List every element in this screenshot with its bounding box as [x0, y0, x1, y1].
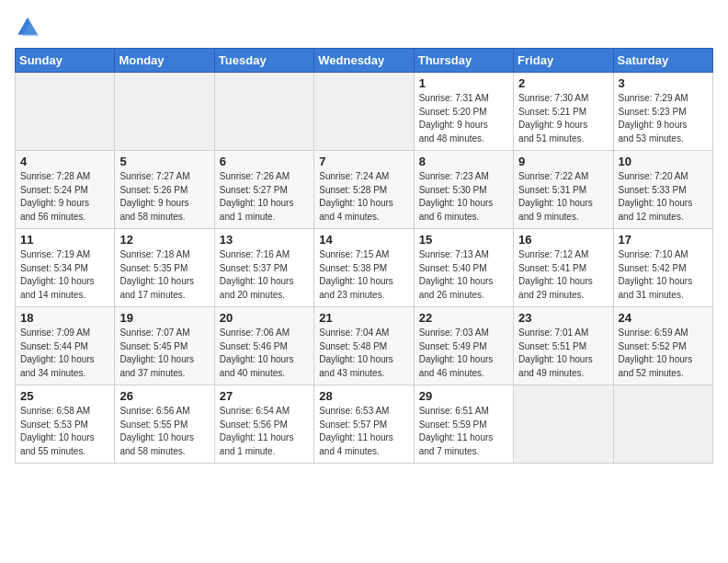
logo-icon [15, 15, 40, 40]
day-number: 20 [220, 311, 309, 325]
day-info: Sunrise: 7:13 AM Sunset: 5:40 PM Dayligh… [419, 248, 508, 302]
day-number: 26 [119, 389, 209, 403]
calendar-week-row: 11Sunrise: 7:19 AM Sunset: 5:34 PM Dayli… [16, 229, 713, 307]
day-info: Sunrise: 7:18 AM Sunset: 5:35 PM Dayligh… [119, 248, 209, 302]
day-info: Sunrise: 7:06 AM Sunset: 5:46 PM Dayligh… [220, 327, 309, 380]
day-info: Sunrise: 7:03 AM Sunset: 5:49 PM Dayligh… [419, 327, 508, 380]
day-info: Sunrise: 6:54 AM Sunset: 5:56 PM Dayligh… [220, 405, 309, 458]
day-info: Sunrise: 6:59 AM Sunset: 5:52 PM Dayligh… [619, 327, 708, 380]
day-info: Sunrise: 7:31 AM Sunset: 5:20 PM Dayligh… [419, 92, 508, 145]
calendar-cell: 20Sunrise: 7:06 AM Sunset: 5:46 PM Dayli… [214, 307, 313, 385]
day-number: 21 [319, 311, 408, 325]
calendar-cell: 25Sunrise: 6:58 AM Sunset: 5:53 PM Dayli… [16, 385, 115, 464]
weekday-header-monday: Monday [115, 49, 214, 73]
calendar-cell: 16Sunrise: 7:12 AM Sunset: 5:41 PM Dayli… [514, 229, 613, 307]
day-number: 22 [419, 311, 508, 325]
weekday-header-sunday: Sunday [16, 49, 115, 73]
calendar-cell [16, 73, 115, 151]
day-number: 16 [518, 233, 608, 247]
day-info: Sunrise: 7:26 AM Sunset: 5:27 PM Dayligh… [220, 170, 309, 224]
calendar-cell: 26Sunrise: 6:56 AM Sunset: 5:55 PM Dayli… [115, 385, 214, 464]
day-info: Sunrise: 7:10 AM Sunset: 5:42 PM Dayligh… [619, 248, 708, 302]
day-number: 3 [619, 76, 708, 90]
calendar-cell: 14Sunrise: 7:15 AM Sunset: 5:38 PM Dayli… [314, 229, 414, 307]
day-number: 23 [518, 311, 608, 325]
calendar-week-row: 4Sunrise: 7:28 AM Sunset: 5:24 PM Daylig… [16, 151, 713, 229]
day-info: Sunrise: 7:30 AM Sunset: 5:21 PM Dayligh… [518, 92, 608, 145]
calendar-cell: 18Sunrise: 7:09 AM Sunset: 5:44 PM Dayli… [16, 307, 115, 385]
day-info: Sunrise: 7:23 AM Sunset: 5:30 PM Dayligh… [419, 170, 508, 224]
day-info: Sunrise: 7:19 AM Sunset: 5:34 PM Dayligh… [20, 248, 109, 302]
day-number: 17 [619, 233, 708, 247]
calendar-cell [115, 73, 214, 151]
day-info: Sunrise: 7:04 AM Sunset: 5:48 PM Dayligh… [319, 327, 408, 380]
day-number: 24 [619, 311, 708, 325]
calendar-cell: 13Sunrise: 7:16 AM Sunset: 5:37 PM Dayli… [214, 229, 313, 307]
day-info: Sunrise: 7:28 AM Sunset: 5:24 PM Dayligh… [20, 170, 109, 224]
day-info: Sunrise: 6:58 AM Sunset: 5:53 PM Dayligh… [20, 405, 109, 458]
day-number: 27 [220, 389, 309, 403]
weekday-header-tuesday: Tuesday [214, 49, 313, 73]
day-info: Sunrise: 7:22 AM Sunset: 5:31 PM Dayligh… [518, 170, 608, 224]
calendar-cell: 2Sunrise: 7:30 AM Sunset: 5:21 PM Daylig… [514, 73, 613, 151]
day-number: 28 [319, 389, 408, 403]
page-header [15, 15, 713, 40]
calendar-cell: 7Sunrise: 7:24 AM Sunset: 5:28 PM Daylig… [314, 151, 414, 229]
weekday-header-row: SundayMondayTuesdayWednesdayThursdayFrid… [16, 49, 713, 73]
calendar-cell: 15Sunrise: 7:13 AM Sunset: 5:40 PM Dayli… [414, 229, 513, 307]
day-number: 25 [20, 389, 109, 403]
day-info: Sunrise: 7:01 AM Sunset: 5:51 PM Dayligh… [518, 327, 608, 380]
day-info: Sunrise: 7:09 AM Sunset: 5:44 PM Dayligh… [20, 327, 109, 380]
calendar-cell: 10Sunrise: 7:20 AM Sunset: 5:33 PM Dayli… [613, 151, 712, 229]
day-number: 10 [619, 155, 708, 168]
day-number: 8 [419, 155, 508, 168]
day-number: 4 [20, 155, 109, 168]
calendar-cell [214, 73, 313, 151]
day-info: Sunrise: 7:16 AM Sunset: 5:37 PM Dayligh… [220, 248, 309, 302]
day-number: 7 [319, 155, 408, 168]
day-info: Sunrise: 7:29 AM Sunset: 5:23 PM Dayligh… [619, 92, 708, 145]
day-number: 11 [20, 233, 109, 247]
day-info: Sunrise: 7:24 AM Sunset: 5:28 PM Dayligh… [319, 170, 408, 224]
day-number: 13 [220, 233, 309, 247]
calendar-cell [613, 385, 712, 464]
day-info: Sunrise: 7:15 AM Sunset: 5:38 PM Dayligh… [319, 248, 408, 302]
calendar-cell: 24Sunrise: 6:59 AM Sunset: 5:52 PM Dayli… [613, 307, 712, 385]
day-number: 1 [419, 76, 508, 90]
calendar-cell: 19Sunrise: 7:07 AM Sunset: 5:45 PM Dayli… [115, 307, 214, 385]
day-info: Sunrise: 6:51 AM Sunset: 5:59 PM Dayligh… [419, 405, 508, 458]
day-number: 19 [119, 311, 209, 325]
calendar-cell: 29Sunrise: 6:51 AM Sunset: 5:59 PM Dayli… [414, 385, 513, 464]
calendar-cell: 23Sunrise: 7:01 AM Sunset: 5:51 PM Dayli… [514, 307, 613, 385]
calendar-week-row: 18Sunrise: 7:09 AM Sunset: 5:44 PM Dayli… [16, 307, 713, 385]
day-info: Sunrise: 7:20 AM Sunset: 5:33 PM Dayligh… [619, 170, 708, 224]
weekday-header-saturday: Saturday [613, 49, 712, 73]
calendar-table: SundayMondayTuesdayWednesdayThursdayFrid… [15, 48, 713, 464]
calendar-cell: 3Sunrise: 7:29 AM Sunset: 5:23 PM Daylig… [613, 73, 712, 151]
calendar-cell: 12Sunrise: 7:18 AM Sunset: 5:35 PM Dayli… [115, 229, 214, 307]
day-number: 15 [419, 233, 508, 247]
calendar-week-row: 1Sunrise: 7:31 AM Sunset: 5:20 PM Daylig… [16, 73, 713, 151]
calendar-cell: 27Sunrise: 6:54 AM Sunset: 5:56 PM Dayli… [214, 385, 313, 464]
weekday-header-thursday: Thursday [414, 49, 513, 73]
day-info: Sunrise: 6:53 AM Sunset: 5:57 PM Dayligh… [319, 405, 408, 458]
calendar-cell: 4Sunrise: 7:28 AM Sunset: 5:24 PM Daylig… [16, 151, 115, 229]
day-number: 2 [518, 76, 608, 90]
logo [15, 15, 42, 40]
day-number: 9 [518, 155, 608, 168]
calendar-cell: 11Sunrise: 7:19 AM Sunset: 5:34 PM Dayli… [16, 229, 115, 307]
day-info: Sunrise: 7:07 AM Sunset: 5:45 PM Dayligh… [119, 327, 209, 380]
calendar-cell: 8Sunrise: 7:23 AM Sunset: 5:30 PM Daylig… [414, 151, 513, 229]
calendar-cell: 9Sunrise: 7:22 AM Sunset: 5:31 PM Daylig… [514, 151, 613, 229]
calendar-cell: 22Sunrise: 7:03 AM Sunset: 5:49 PM Dayli… [414, 307, 513, 385]
calendar-cell: 17Sunrise: 7:10 AM Sunset: 5:42 PM Dayli… [613, 229, 712, 307]
calendar-cell [514, 385, 613, 464]
calendar-cell: 6Sunrise: 7:26 AM Sunset: 5:27 PM Daylig… [214, 151, 313, 229]
day-number: 18 [20, 311, 109, 325]
day-number: 5 [119, 155, 209, 168]
calendar-week-row: 25Sunrise: 6:58 AM Sunset: 5:53 PM Dayli… [16, 385, 713, 464]
day-number: 6 [220, 155, 309, 168]
day-number: 29 [419, 389, 508, 403]
calendar-cell [314, 73, 414, 151]
day-number: 12 [119, 233, 209, 247]
